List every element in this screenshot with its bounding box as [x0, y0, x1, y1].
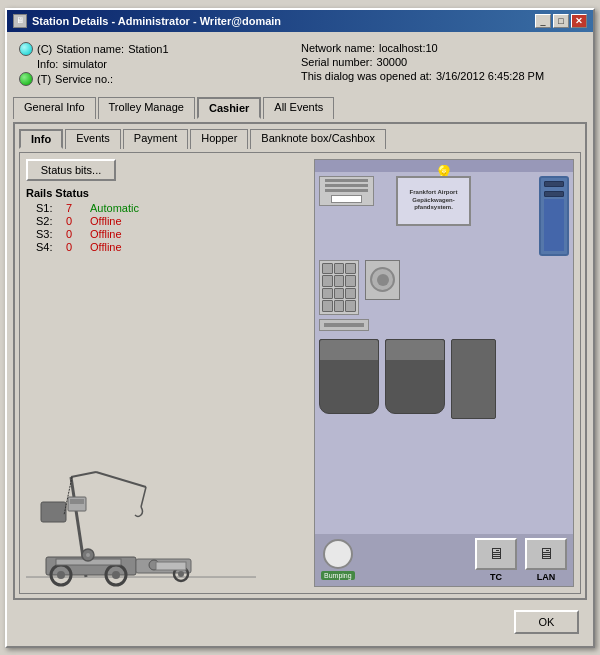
hopper-2 [385, 339, 445, 414]
t-label: (T) [37, 73, 51, 85]
note-validator [539, 176, 569, 256]
window-icon: 🖥 [13, 14, 27, 28]
ok-button[interactable]: OK [514, 610, 579, 634]
tab-content-info: Status bits... Rails Status S1: 7 Automa… [19, 152, 581, 594]
info-label: Info: [37, 58, 58, 70]
banknote-box [451, 339, 496, 419]
c-status-circle [19, 42, 33, 56]
svg-rect-21 [156, 562, 186, 570]
c-label: (C) [37, 43, 52, 55]
rail-val-s1: 7 [66, 202, 82, 214]
svg-point-9 [112, 571, 120, 579]
title-bar-left: 🖥 Station Details - Administrator - Writ… [13, 14, 281, 28]
network-label: Network name: [301, 42, 375, 54]
station-name-label: Station name: [56, 43, 124, 55]
tc-label: TC [490, 572, 502, 582]
rails-status: Rails Status S1: 7 Automatic S2: 0 Offli… [26, 187, 306, 254]
tab-all-events[interactable]: All Events [263, 97, 334, 119]
service-row: (T) Service no.: [19, 72, 299, 86]
svg-rect-15 [70, 499, 84, 504]
keypad [319, 260, 359, 315]
network-row: Network name: localhost:10 [301, 42, 581, 54]
rail-id-s3: S3: [36, 228, 58, 240]
sub-tab-events[interactable]: Events [65, 129, 121, 149]
svg-rect-16 [41, 502, 66, 522]
rail-status-s3: Offline [90, 228, 122, 240]
svg-point-19 [86, 553, 90, 557]
title-bar: 🖥 Station Details - Administrator - Writ… [7, 10, 593, 32]
dialog-label: This dialog was opened at: [301, 70, 432, 82]
svg-line-4 [141, 487, 146, 507]
paper-roll [323, 539, 353, 569]
rail-row-s1: S1: 7 Automatic [26, 202, 306, 214]
sub-tabs: Info Events Payment Hopper Banknote box/… [19, 128, 581, 148]
machine-row-hoppers [319, 339, 569, 419]
rail-val-s2: 0 [66, 215, 82, 227]
svg-point-13 [178, 571, 184, 577]
serial-row: Serial number: 30000 [301, 56, 581, 68]
window-title: Station Details - Administrator - Writer… [32, 15, 281, 27]
lan-icon: 🖥 [538, 545, 554, 563]
display-screen: Frankfort Airport Gepäckwagen- pfandsyst… [396, 176, 471, 226]
main-window: 🖥 Station Details - Administrator - Writ… [5, 8, 595, 648]
rail-status-s4: Offline [90, 241, 122, 253]
coin-slot [365, 260, 400, 300]
info-bar: (C) Station name: Station1 Info: simulat… [13, 38, 587, 90]
machine-body: Frankfort Airport Gepäckwagen- pfandsyst… [315, 172, 573, 534]
window-content: (C) Station name: Station1 Info: simulat… [7, 32, 593, 646]
svg-line-3 [96, 472, 146, 487]
bumping-label: Bumping [321, 571, 355, 580]
receipt-printer [319, 176, 374, 206]
svg-point-7 [57, 571, 65, 579]
station-info-row: (C) Station name: Station1 [19, 42, 299, 56]
dialog-row: This dialog was opened at: 3/16/2012 6:4… [301, 70, 581, 82]
station-name-value: Station1 [128, 43, 168, 55]
serial-label: Serial number: [301, 56, 373, 68]
network-value: localhost:10 [379, 42, 438, 54]
tc-terminal: 🖥 TC [475, 538, 517, 582]
tab-trolley-manage[interactable]: Trolley Manage [98, 97, 195, 119]
tc-icon: 🖥 [488, 545, 504, 563]
rail-val-s4: 0 [66, 241, 82, 253]
serial-value: 30000 [377, 56, 408, 68]
main-panel: Info Events Payment Hopper Banknote box/… [13, 122, 587, 600]
top-tabs: General Info Trolley Manage Cashier All … [13, 96, 587, 118]
maximize-button[interactable]: □ [553, 14, 569, 28]
rail-row-s2: S2: 0 Offline [26, 215, 306, 227]
machine-row-1: Frankfort Airport Gepäckwagen- pfandsyst… [319, 176, 569, 256]
rail-id-s1: S1: [36, 202, 58, 214]
close-button[interactable]: ✕ [571, 14, 587, 28]
dialog-value: 3/16/2012 6:45:28 PM [436, 70, 544, 82]
sub-tab-hopper[interactable]: Hopper [190, 129, 248, 149]
paper-roll-area: Bumping [321, 539, 355, 580]
sub-tab-payment[interactable]: Payment [123, 129, 188, 149]
lan-label: LAN [537, 572, 556, 582]
rail-id-s4: S4: [36, 241, 58, 253]
rail-row-s3: S3: 0 Offline [26, 228, 306, 240]
footer: OK [13, 604, 587, 640]
info-value: simulator [62, 58, 107, 70]
lan-unit: 🖥 [525, 538, 567, 570]
trolley-image [26, 260, 306, 587]
lan-terminal: 🖥 LAN [525, 538, 567, 582]
rail-status-s2: Offline [90, 215, 122, 227]
machine-row-3 [319, 319, 569, 331]
rail-id-s2: S2: [36, 215, 58, 227]
sub-tab-banknote[interactable]: Banknote box/Cashbox [250, 129, 386, 149]
sub-tab-info[interactable]: Info [19, 129, 63, 149]
tab-general-info[interactable]: General Info [13, 97, 96, 119]
tc-unit: 🖥 [475, 538, 517, 570]
machine-bottom-area: Bumping 🖥 TC 🖥 [315, 534, 573, 586]
status-bits-button[interactable]: Status bits... [26, 159, 116, 181]
t-status-circle [19, 72, 33, 86]
tab-cashier[interactable]: Cashier [197, 97, 261, 119]
title-buttons: _ □ ✕ [535, 14, 587, 28]
service-label: Service no.: [55, 73, 113, 85]
minimize-button[interactable]: _ [535, 14, 551, 28]
rail-status-s1: Automatic [90, 202, 139, 214]
left-panel: Status bits... Rails Status S1: 7 Automa… [26, 159, 306, 587]
machine-top: 💡 [315, 160, 573, 172]
info-row: Info: simulator [19, 58, 299, 70]
rail-row-s4: S4: 0 Offline [26, 241, 306, 253]
card-reader-slot [319, 319, 369, 331]
